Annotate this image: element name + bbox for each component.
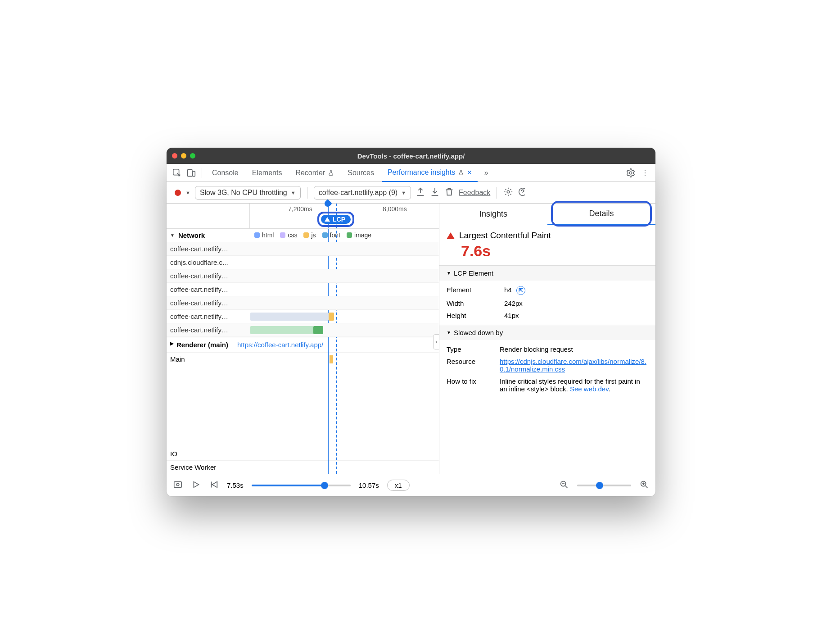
devtools-tabstrip: Console Elements Recorder Sources Perfor… [167, 164, 655, 182]
timeline-ruler[interactable]: 7,200ms 8,000ms LCP [167, 204, 439, 229]
close-icon[interactable]: ✕ [467, 169, 472, 176]
slowed-down-accordion[interactable]: Slowed down by [439, 325, 655, 340]
renderer-track-main[interactable]: Main [167, 352, 439, 366]
panel-expand-handle[interactable]: › [433, 334, 439, 349]
renderer-section-header[interactable]: Renderer (main) https://coffee-cart.netl… [167, 337, 439, 352]
network-rows: coffee-cart.netlify… cdnjs.cloudflare.c…… [167, 242, 439, 337]
play-icon[interactable] [191, 480, 201, 491]
renderer-track-io[interactable]: IO [167, 447, 439, 460]
kebab-menu-icon[interactable]: ⋮ [639, 167, 651, 179]
panel-settings-icon[interactable] [503, 187, 513, 199]
svg-rect-6 [174, 482, 182, 488]
kv-key: Type [447, 345, 492, 353]
time-end: 10.57s [359, 481, 379, 489]
highlight-box [551, 201, 652, 227]
content-area: 7,200ms 8,000ms LCP Network html css [167, 204, 655, 474]
kv-value: Render blocking request [500, 345, 648, 353]
network-request-row[interactable]: coffee-cart.netlify… [167, 269, 439, 283]
network-request-row[interactable]: coffee-cart.netlify… [167, 310, 439, 323]
kv-value: 41px [504, 312, 648, 319]
settings-gear-icon[interactable] [625, 167, 637, 179]
network-request-row[interactable]: coffee-cart.netlify… [167, 296, 439, 310]
details-panel: Insights Details Largest Contentful Pain… [439, 204, 655, 474]
recording-select[interactable]: coffee-cart.netlify.app (9)▼ [314, 186, 411, 200]
svg-rect-2 [193, 171, 195, 176]
svg-point-4 [507, 190, 510, 193]
zoom-in-icon[interactable] [639, 480, 649, 491]
window-title: DevTools - coffee-cart.netlify.app/ [167, 152, 655, 160]
kv-value: https://cdnjs.cloudflare.com/ajax/libs/n… [500, 358, 648, 373]
ruler-tick: 7,200ms [288, 205, 312, 213]
kv-key: How to fix [447, 377, 492, 393]
reveal-element-icon[interactable]: ⇱ [516, 286, 525, 295]
device-toolbar-icon[interactable] [185, 167, 197, 179]
delete-icon[interactable] [444, 187, 454, 199]
help-icon[interactable] [518, 187, 525, 199]
kv-value: Inline critical styles required for the … [500, 377, 648, 393]
network-request-row[interactable]: coffee-cart.netlify… [167, 323, 439, 337]
upload-icon[interactable] [416, 187, 425, 199]
throttling-select[interactable]: Slow 3G, No CPU throttling▼ [195, 186, 301, 200]
devtools-window: DevTools - coffee-cart.netlify.app/ Cons… [167, 148, 655, 496]
download-icon[interactable] [430, 187, 440, 199]
overflow-tabs-icon[interactable]: » [480, 167, 492, 179]
lcp-heading: Largest Contentful Paint [447, 231, 648, 240]
kv-key: Height [447, 312, 496, 319]
network-section-header[interactable]: Network html css js font image [167, 229, 439, 242]
svg-point-3 [629, 172, 632, 174]
webdev-link[interactable]: See web.dev [570, 385, 609, 393]
tab-details[interactable]: Details [547, 204, 655, 225]
flask-icon [458, 169, 464, 176]
warning-triangle-icon [447, 232, 455, 239]
svg-rect-1 [188, 169, 192, 176]
lcp-marker[interactable]: LCP [317, 212, 354, 227]
rewind-icon[interactable] [209, 480, 219, 491]
network-request-row[interactable]: coffee-cart.netlify… [167, 283, 439, 296]
kv-value: h4 ⇱ [504, 286, 648, 295]
playback-slider[interactable] [252, 485, 351, 486]
tab-recorder[interactable]: Recorder [290, 164, 339, 181]
kv-key: Element [447, 286, 496, 295]
tab-performance-insights[interactable]: Performance insights ✕ [382, 164, 478, 182]
screenshot-toggle-icon[interactable] [173, 480, 183, 491]
kv-key: Width [447, 299, 496, 307]
feedback-link[interactable]: Feedback [459, 189, 490, 197]
zoom-slider[interactable] [577, 485, 631, 486]
perf-toolbar: ▼ Slow 3G, No CPU throttling▼ coffee-car… [167, 182, 655, 204]
tab-console[interactable]: Console [207, 164, 244, 181]
timeline-panel: 7,200ms 8,000ms LCP Network html css [167, 204, 439, 474]
kv-key: Resource [447, 358, 492, 373]
renderer-url-link[interactable]: https://coffee-cart.netlify.app/ [237, 341, 323, 349]
triangle-up-icon [325, 217, 330, 222]
renderer-track-sw[interactable]: Service Worker [167, 460, 439, 474]
tab-elements[interactable]: Elements [247, 164, 288, 181]
lcp-element-accordion[interactable]: LCP Element [439, 265, 655, 281]
record-button[interactable] [175, 190, 181, 196]
network-legend: html css js font image [254, 231, 371, 239]
tab-sources[interactable]: Sources [342, 164, 379, 181]
resource-link[interactable]: https://cdnjs.cloudflare.com/ajax/libs/n… [500, 358, 646, 373]
ruler-tick: 8,000ms [383, 205, 407, 213]
speed-pill[interactable]: x1 [387, 480, 410, 491]
flask-icon [328, 170, 334, 176]
inspect-element-icon[interactable] [171, 167, 183, 179]
lcp-value: 7.6s [461, 242, 648, 260]
zoom-out-icon[interactable] [559, 480, 569, 491]
kv-value: 242px [504, 299, 648, 307]
network-request-row[interactable]: coffee-cart.netlify… [167, 242, 439, 256]
svg-point-7 [176, 483, 179, 486]
tab-insights[interactable]: Insights [439, 204, 547, 225]
right-tabs: Insights Details [439, 204, 655, 225]
record-menu-caret-icon[interactable]: ▼ [185, 190, 190, 195]
network-request-row[interactable]: cdnjs.cloudflare.c… [167, 256, 439, 269]
svg-point-5 [519, 188, 525, 195]
time-start: 7.53s [227, 481, 244, 489]
window-titlebar: DevTools - coffee-cart.netlify.app/ [167, 148, 655, 164]
playback-footer: 7.53s 10.57s x1 [167, 474, 655, 496]
